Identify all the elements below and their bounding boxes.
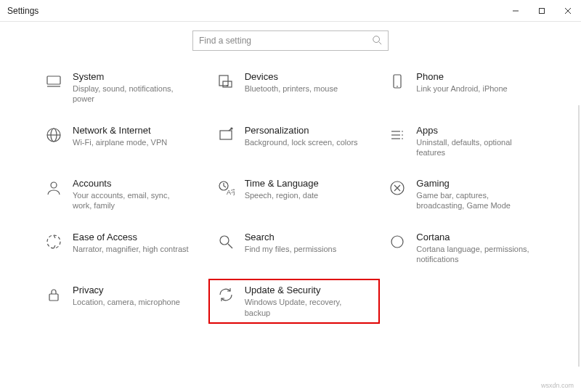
tile-title: Network & Internet: [73, 125, 167, 136]
apps-icon: [387, 125, 407, 145]
personalization-icon: [216, 125, 236, 145]
tile-accounts[interactable]: Accounts Your accounts, email, sync, wor…: [44, 178, 201, 211]
tile-time-language[interactable]: A字 Time & Language Speech, region, date: [216, 178, 373, 211]
content-area: System Display, sound, notifications, po…: [0, 22, 581, 392]
tile-desc: Background, lock screen, colors: [245, 137, 358, 147]
maximize-button[interactable]: [529, 0, 555, 22]
time-language-icon: A字: [216, 178, 236, 198]
tile-desc: Speech, region, date: [245, 190, 319, 200]
tile-desc: Link your Android, iPhone: [416, 83, 507, 94]
tile-search[interactable]: Search Find my files, permissions: [216, 232, 373, 265]
tile-desc: Display, sound, notifications, power: [73, 83, 189, 105]
window-title: Settings: [7, 6, 38, 16]
svg-point-10: [227, 86, 227, 86]
svg-rect-32: [49, 294, 58, 301]
tile-desc: Narrator, magnifier, high contrast: [73, 244, 189, 254]
ease-of-access-icon: [44, 232, 64, 252]
svg-rect-6: [47, 76, 60, 84]
svg-point-31: [391, 236, 403, 248]
svg-point-24: [51, 182, 57, 188]
tile-title: Ease of Access: [73, 232, 189, 242]
titlebar: Settings: [0, 0, 581, 22]
svg-line-5: [379, 41, 382, 44]
search-cat-icon: [216, 232, 236, 252]
accounts-icon: [44, 178, 64, 198]
cortana-icon: [387, 232, 407, 252]
tile-ease-of-access[interactable]: Ease of Access Narrator, magnifier, high…: [44, 232, 201, 265]
watermark: wsxdn.com: [541, 382, 574, 389]
tile-title: Phone: [416, 71, 507, 82]
search-input[interactable]: [199, 36, 372, 46]
svg-line-30: [228, 244, 232, 248]
svg-point-29: [220, 236, 229, 245]
window-controls: [503, 0, 581, 21]
svg-point-28: [47, 235, 60, 248]
tile-privacy[interactable]: Privacy Location, camera, microphone: [44, 285, 201, 318]
system-icon: [44, 71, 64, 91]
tile-title: Apps: [416, 125, 532, 136]
tile-gaming[interactable]: Gaming Game bar, captures, broadcasting,…: [387, 178, 545, 211]
svg-rect-8: [219, 75, 228, 86]
tile-title: Cortana: [416, 232, 532, 242]
tile-desc: Uninstall, defaults, optional features: [416, 137, 532, 158]
tile-update-security[interactable]: Update & Security Windows Update, recove…: [208, 279, 381, 324]
scrollbar[interactable]: [578, 105, 580, 367]
svg-rect-1: [540, 9, 545, 14]
tile-desc: Wi-Fi, airplane mode, VPN: [73, 137, 167, 147]
privacy-icon: [44, 285, 64, 305]
tile-desc: Cortana language, permissions, notificat…: [416, 244, 532, 265]
tile-system[interactable]: System Display, sound, notifications, po…: [44, 71, 201, 105]
tile-title: System: [73, 71, 189, 82]
svg-point-17: [231, 128, 232, 129]
tile-title: Accounts: [73, 178, 189, 189]
tile-personalization[interactable]: Personalization Background, lock screen,…: [216, 125, 373, 158]
tile-title: Update & Security: [245, 285, 361, 295]
network-icon: [44, 125, 64, 145]
tile-network[interactable]: Network & Internet Wi-Fi, airplane mode,…: [44, 125, 201, 158]
tile-title: Personalization: [245, 125, 358, 136]
settings-grid: System Display, sound, notifications, po…: [36, 71, 545, 318]
tile-title: Devices: [245, 71, 338, 82]
update-security-icon: [216, 285, 236, 305]
minimize-button[interactable]: [503, 0, 529, 22]
tile-desc: Your accounts, email, sync, work, family: [73, 190, 189, 211]
tile-apps[interactable]: Apps Uninstall, defaults, optional featu…: [387, 125, 545, 158]
close-button[interactable]: [555, 0, 581, 22]
tile-title: Gaming: [416, 178, 532, 189]
tile-title: Time & Language: [245, 178, 319, 189]
tile-desc: Game bar, captures, broadcasting, Game M…: [416, 190, 532, 211]
svg-text:A字: A字: [227, 189, 235, 196]
tile-desc: Bluetooth, printers, mouse: [245, 83, 338, 94]
svg-point-4: [373, 36, 380, 42]
tile-desc: Location, camera, microphone: [73, 297, 180, 307]
tile-devices[interactable]: Devices Bluetooth, printers, mouse: [216, 71, 373, 105]
search-wrap: [0, 30, 581, 51]
tile-title: Search: [245, 232, 337, 242]
svg-rect-16: [220, 131, 232, 139]
gaming-icon: [387, 178, 407, 198]
search-icon: [372, 35, 382, 47]
svg-rect-11: [394, 75, 401, 88]
devices-icon: [216, 71, 236, 91]
tile-phone[interactable]: Phone Link your Android, iPhone: [387, 71, 545, 105]
tile-desc: Find my files, permissions: [245, 244, 337, 254]
search-box[interactable]: [192, 30, 389, 51]
tile-desc: Windows Update, recovery, backup: [245, 297, 361, 318]
phone-icon: [387, 71, 407, 91]
tile-cortana[interactable]: Cortana Cortana language, permissions, n…: [387, 232, 545, 265]
tile-title: Privacy: [73, 285, 180, 295]
